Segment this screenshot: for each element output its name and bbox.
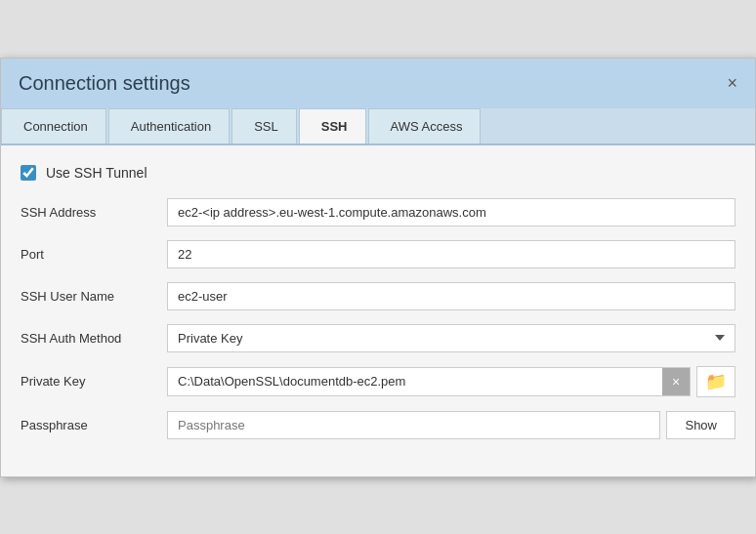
ssh-auth-method-label: SSH Auth Method xyxy=(21,331,167,346)
passphrase-label: Passphrase xyxy=(21,418,167,432)
close-button[interactable]: × xyxy=(727,74,737,92)
ssh-address-row: SSH Address xyxy=(21,198,735,226)
ssh-auth-method-select[interactable]: Private Key Password xyxy=(167,324,735,352)
port-label: Port xyxy=(21,247,167,262)
private-key-input[interactable] xyxy=(168,368,662,394)
ssh-user-name-row: SSH User Name xyxy=(21,282,735,310)
tab-aws-access[interactable]: AWS Access xyxy=(368,108,482,144)
tab-ssl[interactable]: SSL xyxy=(231,108,297,144)
private-key-label: Private Key xyxy=(21,374,167,389)
form-content: Use SSH Tunnel SSH Address Port SSH User… xyxy=(1,145,755,476)
ssh-auth-method-row: SSH Auth Method Private Key Password xyxy=(21,324,735,352)
ssh-user-name-input[interactable] xyxy=(167,282,735,310)
passphrase-input[interactable] xyxy=(167,411,660,439)
use-ssh-tunnel-row: Use SSH Tunnel xyxy=(21,165,735,181)
port-row: Port xyxy=(21,240,735,268)
browse-private-key-button[interactable]: 📁 xyxy=(696,366,735,397)
tab-authentication[interactable]: Authentication xyxy=(108,108,230,144)
use-ssh-tunnel-checkbox[interactable] xyxy=(21,165,36,181)
ssh-user-name-label: SSH User Name xyxy=(21,289,167,304)
passphrase-row: Passphrase Show xyxy=(21,411,735,439)
tabs-bar: Connection Authentication SSL SSH AWS Ac… xyxy=(1,108,755,145)
dialog-header: Connection settings × xyxy=(1,59,755,108)
private-key-row: Private Key × 📁 xyxy=(21,366,735,397)
folder-icon: 📁 xyxy=(705,371,727,392)
tab-ssh[interactable]: SSH xyxy=(299,108,366,144)
tab-connection[interactable]: Connection xyxy=(1,108,106,144)
dialog-title: Connection settings xyxy=(19,72,190,95)
clear-private-key-button[interactable]: × xyxy=(662,368,690,395)
use-ssh-tunnel-label[interactable]: Use SSH Tunnel xyxy=(46,165,147,181)
connection-settings-dialog: Connection settings × Connection Authent… xyxy=(0,58,756,477)
port-input[interactable] xyxy=(167,240,735,268)
private-key-input-wrap: × xyxy=(167,367,691,396)
ssh-address-label: SSH Address xyxy=(21,205,167,220)
show-passphrase-button[interactable]: Show xyxy=(666,411,735,439)
ssh-address-input[interactable] xyxy=(167,198,735,226)
